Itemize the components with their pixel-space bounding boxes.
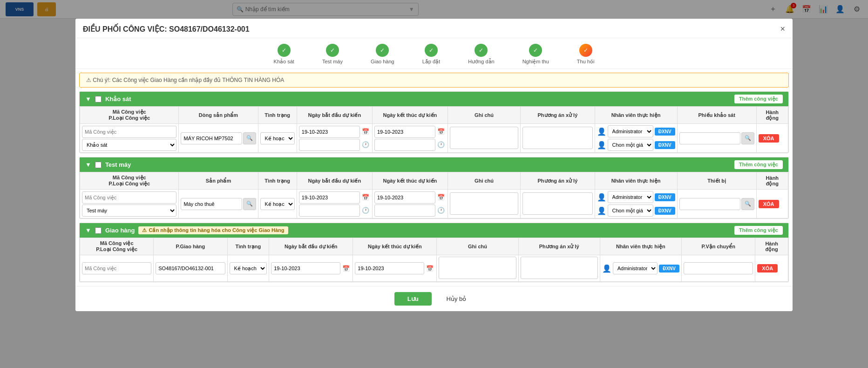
modal-overlay: ĐIỀU PHỐI CÔNG VIỆC: SO48167/DO46132-001… [0, 0, 868, 19]
